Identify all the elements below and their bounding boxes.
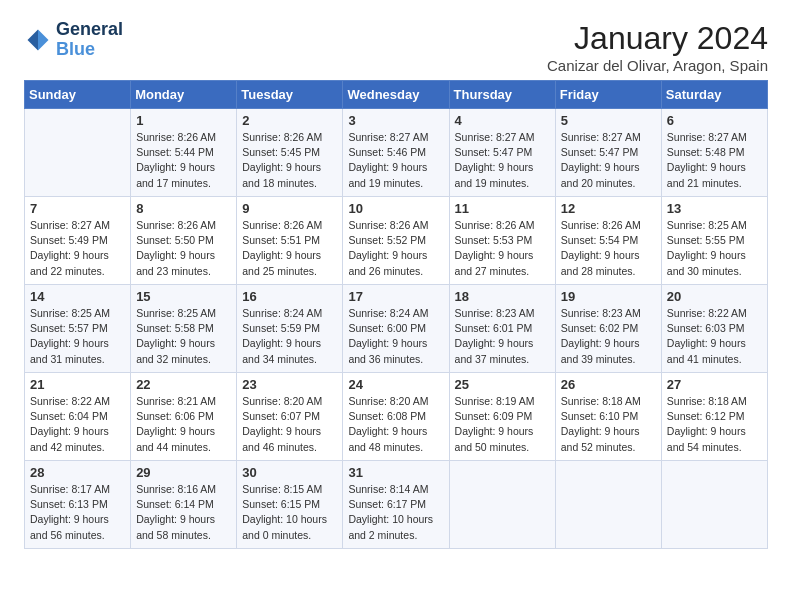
day-content: Sunrise: 8:26 AM Sunset: 5:50 PM Dayligh… [136, 218, 231, 279]
day-cell: 16Sunrise: 8:24 AM Sunset: 5:59 PM Dayli… [237, 285, 343, 373]
week-row-2: 7Sunrise: 8:27 AM Sunset: 5:49 PM Daylig… [25, 197, 768, 285]
day-content: Sunrise: 8:27 AM Sunset: 5:46 PM Dayligh… [348, 130, 443, 191]
day-cell: 13Sunrise: 8:25 AM Sunset: 5:55 PM Dayli… [661, 197, 767, 285]
day-content: Sunrise: 8:22 AM Sunset: 6:03 PM Dayligh… [667, 306, 762, 367]
day-content: Sunrise: 8:26 AM Sunset: 5:52 PM Dayligh… [348, 218, 443, 279]
day-cell: 8Sunrise: 8:26 AM Sunset: 5:50 PM Daylig… [131, 197, 237, 285]
day-number: 31 [348, 465, 443, 480]
day-cell: 4Sunrise: 8:27 AM Sunset: 5:47 PM Daylig… [449, 109, 555, 197]
day-content: Sunrise: 8:21 AM Sunset: 6:06 PM Dayligh… [136, 394, 231, 455]
day-number: 9 [242, 201, 337, 216]
day-cell: 25Sunrise: 8:19 AM Sunset: 6:09 PM Dayli… [449, 373, 555, 461]
day-number: 6 [667, 113, 762, 128]
day-content: Sunrise: 8:24 AM Sunset: 5:59 PM Dayligh… [242, 306, 337, 367]
day-number: 27 [667, 377, 762, 392]
column-header-tuesday: Tuesday [237, 81, 343, 109]
day-cell: 28Sunrise: 8:17 AM Sunset: 6:13 PM Dayli… [25, 461, 131, 549]
day-content: Sunrise: 8:27 AM Sunset: 5:47 PM Dayligh… [455, 130, 550, 191]
week-row-3: 14Sunrise: 8:25 AM Sunset: 5:57 PM Dayli… [25, 285, 768, 373]
day-number: 13 [667, 201, 762, 216]
day-number: 5 [561, 113, 656, 128]
svg-marker-3 [38, 40, 49, 51]
calendar-table: SundayMondayTuesdayWednesdayThursdayFrid… [24, 80, 768, 549]
day-cell: 1Sunrise: 8:26 AM Sunset: 5:44 PM Daylig… [131, 109, 237, 197]
day-number: 8 [136, 201, 231, 216]
day-cell: 19Sunrise: 8:23 AM Sunset: 6:02 PM Dayli… [555, 285, 661, 373]
day-content: Sunrise: 8:18 AM Sunset: 6:10 PM Dayligh… [561, 394, 656, 455]
logo: General Blue [24, 20, 123, 60]
day-content: Sunrise: 8:14 AM Sunset: 6:17 PM Dayligh… [348, 482, 443, 543]
day-cell: 29Sunrise: 8:16 AM Sunset: 6:14 PM Dayli… [131, 461, 237, 549]
day-cell: 24Sunrise: 8:20 AM Sunset: 6:08 PM Dayli… [343, 373, 449, 461]
week-row-4: 21Sunrise: 8:22 AM Sunset: 6:04 PM Dayli… [25, 373, 768, 461]
day-cell: 11Sunrise: 8:26 AM Sunset: 5:53 PM Dayli… [449, 197, 555, 285]
day-number: 19 [561, 289, 656, 304]
svg-marker-0 [38, 29, 49, 40]
day-number: 26 [561, 377, 656, 392]
day-number: 17 [348, 289, 443, 304]
day-content: Sunrise: 8:25 AM Sunset: 5:58 PM Dayligh… [136, 306, 231, 367]
day-content: Sunrise: 8:17 AM Sunset: 6:13 PM Dayligh… [30, 482, 125, 543]
day-content: Sunrise: 8:20 AM Sunset: 6:08 PM Dayligh… [348, 394, 443, 455]
day-content: Sunrise: 8:20 AM Sunset: 6:07 PM Dayligh… [242, 394, 337, 455]
day-content: Sunrise: 8:15 AM Sunset: 6:15 PM Dayligh… [242, 482, 337, 543]
page-header: General Blue January 2024 Canizar del Ol… [24, 20, 768, 74]
day-content: Sunrise: 8:25 AM Sunset: 5:57 PM Dayligh… [30, 306, 125, 367]
day-number: 3 [348, 113, 443, 128]
column-header-wednesday: Wednesday [343, 81, 449, 109]
logo-text: General Blue [56, 20, 123, 60]
subtitle: Canizar del Olivar, Aragon, Spain [547, 57, 768, 74]
day-cell: 22Sunrise: 8:21 AM Sunset: 6:06 PM Dayli… [131, 373, 237, 461]
day-cell: 10Sunrise: 8:26 AM Sunset: 5:52 PM Dayli… [343, 197, 449, 285]
day-cell: 27Sunrise: 8:18 AM Sunset: 6:12 PM Dayli… [661, 373, 767, 461]
day-number: 16 [242, 289, 337, 304]
week-row-5: 28Sunrise: 8:17 AM Sunset: 6:13 PM Dayli… [25, 461, 768, 549]
day-cell: 15Sunrise: 8:25 AM Sunset: 5:58 PM Dayli… [131, 285, 237, 373]
day-cell: 14Sunrise: 8:25 AM Sunset: 5:57 PM Dayli… [25, 285, 131, 373]
day-cell: 12Sunrise: 8:26 AM Sunset: 5:54 PM Dayli… [555, 197, 661, 285]
day-content: Sunrise: 8:24 AM Sunset: 6:00 PM Dayligh… [348, 306, 443, 367]
day-cell: 20Sunrise: 8:22 AM Sunset: 6:03 PM Dayli… [661, 285, 767, 373]
main-title: January 2024 [547, 20, 768, 57]
day-content: Sunrise: 8:27 AM Sunset: 5:49 PM Dayligh… [30, 218, 125, 279]
week-row-1: 1Sunrise: 8:26 AM Sunset: 5:44 PM Daylig… [25, 109, 768, 197]
day-cell: 7Sunrise: 8:27 AM Sunset: 5:49 PM Daylig… [25, 197, 131, 285]
column-header-friday: Friday [555, 81, 661, 109]
day-content: Sunrise: 8:19 AM Sunset: 6:09 PM Dayligh… [455, 394, 550, 455]
day-number: 7 [30, 201, 125, 216]
day-content: Sunrise: 8:26 AM Sunset: 5:54 PM Dayligh… [561, 218, 656, 279]
column-header-saturday: Saturday [661, 81, 767, 109]
day-cell: 5Sunrise: 8:27 AM Sunset: 5:47 PM Daylig… [555, 109, 661, 197]
column-header-monday: Monday [131, 81, 237, 109]
day-content: Sunrise: 8:16 AM Sunset: 6:14 PM Dayligh… [136, 482, 231, 543]
day-cell: 30Sunrise: 8:15 AM Sunset: 6:15 PM Dayli… [237, 461, 343, 549]
day-cell: 9Sunrise: 8:26 AM Sunset: 5:51 PM Daylig… [237, 197, 343, 285]
day-number: 28 [30, 465, 125, 480]
day-number: 20 [667, 289, 762, 304]
day-number: 14 [30, 289, 125, 304]
day-cell: 18Sunrise: 8:23 AM Sunset: 6:01 PM Dayli… [449, 285, 555, 373]
svg-marker-2 [28, 40, 39, 51]
day-number: 12 [561, 201, 656, 216]
column-header-thursday: Thursday [449, 81, 555, 109]
day-number: 4 [455, 113, 550, 128]
day-number: 21 [30, 377, 125, 392]
day-content: Sunrise: 8:26 AM Sunset: 5:51 PM Dayligh… [242, 218, 337, 279]
day-content: Sunrise: 8:26 AM Sunset: 5:53 PM Dayligh… [455, 218, 550, 279]
day-content: Sunrise: 8:18 AM Sunset: 6:12 PM Dayligh… [667, 394, 762, 455]
day-content: Sunrise: 8:26 AM Sunset: 5:44 PM Dayligh… [136, 130, 231, 191]
day-cell [661, 461, 767, 549]
title-block: January 2024 Canizar del Olivar, Aragon,… [547, 20, 768, 74]
day-number: 18 [455, 289, 550, 304]
day-cell [555, 461, 661, 549]
day-cell: 3Sunrise: 8:27 AM Sunset: 5:46 PM Daylig… [343, 109, 449, 197]
logo-icon [24, 26, 52, 54]
day-cell: 26Sunrise: 8:18 AM Sunset: 6:10 PM Dayli… [555, 373, 661, 461]
day-cell: 6Sunrise: 8:27 AM Sunset: 5:48 PM Daylig… [661, 109, 767, 197]
day-cell: 17Sunrise: 8:24 AM Sunset: 6:00 PM Dayli… [343, 285, 449, 373]
day-cell: 21Sunrise: 8:22 AM Sunset: 6:04 PM Dayli… [25, 373, 131, 461]
day-number: 22 [136, 377, 231, 392]
day-number: 30 [242, 465, 337, 480]
day-cell: 23Sunrise: 8:20 AM Sunset: 6:07 PM Dayli… [237, 373, 343, 461]
svg-marker-1 [28, 29, 39, 40]
